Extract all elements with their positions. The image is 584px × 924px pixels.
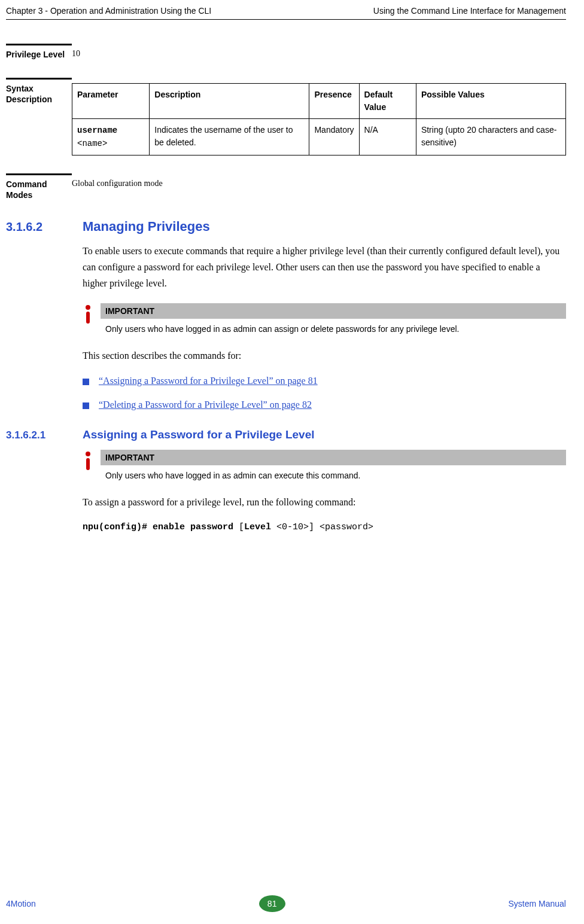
bullet-icon bbox=[83, 379, 89, 385]
svg-rect-1 bbox=[86, 312, 90, 324]
col-default: Default Value bbox=[359, 84, 416, 119]
subsection-number: 3.1.6.2.1 bbox=[6, 429, 83, 441]
svg-point-0 bbox=[86, 305, 90, 310]
cmd-plain: <0-10>] <password> bbox=[271, 522, 373, 532]
privilege-level-value: 10 bbox=[72, 44, 566, 59]
important-text: Only users who have logged in as admin c… bbox=[101, 465, 566, 484]
footer-product: 4Motion bbox=[6, 899, 36, 908]
footer-doc-title: System Manual bbox=[509, 899, 566, 908]
col-parameter: Parameter bbox=[72, 84, 150, 119]
important-callout: IMPORTANT Only users who have logged in … bbox=[83, 303, 566, 338]
syntax-description-label: Syntax Description bbox=[6, 78, 72, 105]
subsection-paragraph: To assign a password for a privilege lev… bbox=[83, 494, 566, 510]
cell-presence: Mandatory bbox=[309, 119, 359, 155]
section-paragraph: To enable users to execute commands that… bbox=[83, 243, 566, 292]
param-arg: <name> bbox=[77, 139, 107, 148]
header-chapter: Chapter 3 - Operation and Administration… bbox=[6, 6, 211, 16]
page-number: 81 bbox=[259, 895, 285, 912]
list-item: “Assigning a Password for a Privilege Le… bbox=[83, 376, 566, 386]
syntax-table: Parameter Description Presence Default V… bbox=[72, 83, 566, 155]
col-description: Description bbox=[150, 84, 309, 119]
page-footer: 4Motion 81 System Manual bbox=[6, 895, 566, 912]
section-number: 3.1.6.2 bbox=[6, 220, 83, 234]
table-row: Parameter Description Presence Default V… bbox=[72, 84, 566, 119]
cell-default: N/A bbox=[359, 119, 416, 155]
important-text: Only users who have logged in as admin c… bbox=[101, 319, 566, 338]
info-icon bbox=[83, 303, 101, 326]
section-title: Managing Privileges bbox=[83, 219, 210, 234]
xref-link[interactable]: “Deleting a Password for a Privilege Lev… bbox=[99, 400, 312, 410]
cell-parameter: username <name> bbox=[72, 119, 150, 155]
list-item: “Deleting a Password for a Privilege Lev… bbox=[83, 400, 566, 410]
bullet-icon bbox=[83, 402, 89, 409]
xref-link[interactable]: “Assigning a Password for a Privilege Le… bbox=[99, 376, 318, 386]
cell-possible: String (upto 20 characters and case-sens… bbox=[416, 119, 565, 155]
header-section: Using the Command Line Interface for Man… bbox=[373, 6, 566, 16]
info-icon bbox=[83, 450, 101, 472]
important-heading: IMPORTANT bbox=[101, 303, 566, 319]
privilege-level-label: Privilege Level bbox=[6, 44, 72, 60]
command-example: npu(config)# enable password [Level <0-1… bbox=[83, 522, 566, 532]
header-rule bbox=[6, 19, 566, 20]
cmd-plain: [ bbox=[239, 522, 244, 532]
cmd-bold: npu(config)# enable password bbox=[83, 522, 239, 532]
param-name: username bbox=[77, 126, 117, 135]
table-row: username <name> Indicates the username o… bbox=[72, 119, 566, 155]
important-callout: IMPORTANT Only users who have logged in … bbox=[83, 450, 566, 484]
cell-description: Indicates the username of the user to be… bbox=[150, 119, 309, 155]
svg-rect-3 bbox=[86, 458, 90, 470]
svg-point-2 bbox=[86, 452, 90, 456]
subsection-title: Assigning a Password for a Privilege Lev… bbox=[83, 428, 315, 441]
command-modes-label: Command Modes bbox=[6, 173, 72, 200]
cmd-bold: Level bbox=[244, 522, 271, 532]
link-list: “Assigning a Password for a Privilege Le… bbox=[83, 376, 566, 410]
col-possible: Possible Values bbox=[416, 84, 565, 119]
col-presence: Presence bbox=[309, 84, 359, 119]
section-intro: This section describes the commands for: bbox=[83, 347, 566, 364]
command-modes-value: Global configuration mode bbox=[72, 173, 566, 188]
important-heading: IMPORTANT bbox=[101, 450, 566, 465]
